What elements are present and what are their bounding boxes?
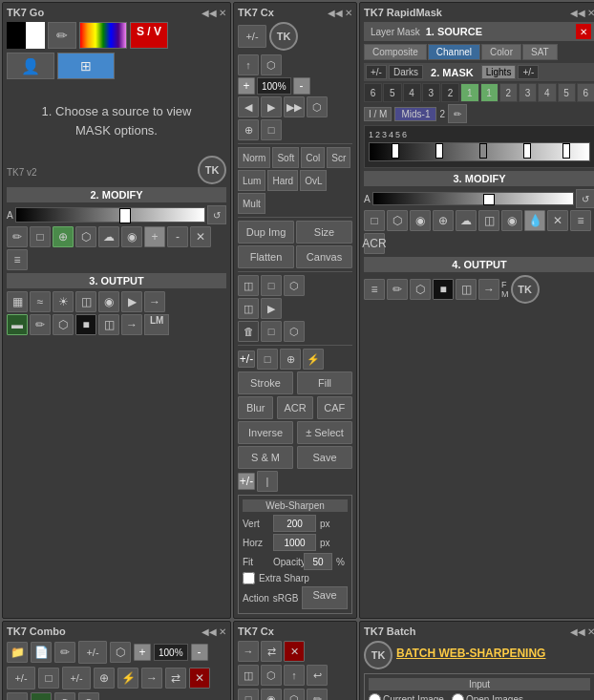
handle5[interactable] [562, 143, 570, 159]
ch-5r[interactable]: 5 [558, 83, 576, 102]
tab-color[interactable]: Color [481, 44, 521, 60]
ch-4l[interactable]: 4 [403, 83, 421, 102]
ch-1r[interactable]: 1 [480, 83, 499, 102]
lights-btn[interactable]: Lights [481, 65, 517, 79]
ch-5l[interactable]: 5 [383, 83, 401, 102]
rapid-t2[interactable]: ⬡ [387, 210, 408, 231]
rapid-out2[interactable]: ✏ [387, 279, 408, 300]
cx-s-tool1[interactable]: ◫ [238, 665, 259, 686]
cx-up[interactable]: ⬡ [261, 54, 282, 75]
combo-pm3[interactable]: +/- [62, 667, 91, 689]
combo-brush[interactable]: ✏ [54, 642, 75, 663]
cx-ico4[interactable]: ◫ [238, 298, 259, 319]
cx-first[interactable]: ↑ [238, 54, 259, 75]
cx-tool2[interactable]: □ [261, 119, 282, 140]
cx-inverse[interactable]: Inverse [238, 421, 293, 444]
sv-btn[interactable]: S / V [130, 22, 168, 49]
cx-ovl[interactable]: OvL [300, 170, 327, 191]
out-tool-active[interactable]: ▬ [7, 314, 28, 335]
combo-pm[interactable]: +/- [78, 641, 107, 664]
combo-pct-plus[interactable]: + [134, 644, 151, 661]
ch-3l[interactable]: 3 [422, 83, 440, 102]
cx-vert-input[interactable] [273, 515, 316, 532]
cx-norm[interactable]: Norm [238, 147, 270, 168]
tool-plus[interactable]: + [144, 226, 165, 247]
tool-minus[interactable]: - [167, 226, 188, 247]
lights-pm[interactable]: +/- [518, 65, 539, 79]
mids-btn[interactable]: Mids-1 [394, 107, 436, 121]
cx-plus-minus[interactable]: +/- [238, 25, 266, 48]
cx-tool1[interactable]: ⊕ [238, 119, 259, 140]
cx-s-x[interactable]: ✕ [284, 641, 305, 662]
cx-canvas[interactable]: Canvas [296, 245, 352, 268]
cx-soft[interactable]: Soft [272, 147, 299, 168]
tk7combo-close[interactable]: ✕ [219, 626, 226, 637]
combo-hex1[interactable]: ⬡ [110, 642, 131, 663]
tool-select[interactable]: □ [30, 226, 51, 247]
modify-slider[interactable] [15, 207, 205, 223]
out-black[interactable]: ■ [75, 314, 96, 335]
tk7batch-collapse[interactable]: ◀◀ [570, 626, 585, 637]
combo-arr[interactable]: → [141, 668, 162, 689]
rapid-out1[interactable]: ≡ [364, 279, 385, 300]
ch-2l[interactable]: 2 [441, 83, 459, 102]
rapid-out5[interactable]: ◫ [456, 279, 477, 300]
tab-channel[interactable]: Channel [428, 44, 480, 60]
cx-opacity-input[interactable] [304, 553, 332, 570]
combo-pm2[interactable]: +/- [7, 667, 35, 689]
cx-pm-select[interactable]: ± Select [297, 421, 352, 444]
combo-pencilg[interactable]: ✏ [31, 692, 52, 700]
tool-something[interactable]: ⬡ [75, 226, 96, 247]
cx-hard[interactable]: Hard [267, 170, 298, 191]
rainbow-btn[interactable] [79, 22, 127, 49]
cx-s-arr[interactable]: → [238, 641, 259, 662]
handle3[interactable] [479, 143, 487, 159]
darks-label[interactable]: Darks [389, 65, 423, 79]
tool-x[interactable]: ✕ [190, 226, 211, 247]
cx-s-tool4[interactable]: ↩ [307, 665, 328, 686]
tk7rapid-collapse[interactable]: ◀◀ [570, 8, 585, 18]
rapid-acr-icon[interactable]: ACR [364, 233, 385, 254]
radio-open-input[interactable] [452, 693, 464, 700]
cx-dup-img[interactable]: Dup Img [238, 221, 294, 244]
layers-btn[interactable]: ⊞ [57, 53, 115, 79]
cx-s-t7[interactable]: ⬡ [284, 689, 305, 700]
out-tool4[interactable]: ◫ [75, 291, 96, 312]
rapid-out4[interactable]: ■ [433, 279, 454, 300]
ch-6l[interactable]: 6 [364, 83, 382, 102]
cx-size[interactable]: Size [296, 221, 352, 244]
radio-current-input[interactable] [369, 693, 381, 700]
tool-paint[interactable]: ✏ [7, 226, 28, 247]
tab-sat[interactable]: SAT [522, 44, 558, 60]
rapid-gradient-slider[interactable] [369, 142, 590, 161]
rapid-out3[interactable]: ⬡ [410, 279, 431, 300]
cx-save-btn[interactable]: Save [302, 586, 347, 609]
cx-s-t6[interactable]: ◉ [261, 689, 282, 700]
combo-x[interactable]: ✕ [189, 668, 210, 689]
reset-btn[interactable]: ↺ [207, 205, 226, 224]
combo-chain[interactable]: ⊕ [94, 668, 115, 689]
mids-pencil[interactable]: ✏ [448, 104, 467, 123]
ch-6r[interactable]: 6 [577, 83, 594, 102]
combo-folder[interactable]: 📁 [7, 642, 28, 663]
cx-pm-minus[interactable]: - [293, 77, 310, 95]
lm-btn[interactable]: LM [144, 314, 169, 335]
cx-del[interactable]: 🗑 [238, 321, 259, 342]
cx-s-t8[interactable]: ✏ [307, 689, 328, 700]
handle2[interactable] [435, 143, 443, 159]
cx-sm[interactable]: S & M [238, 446, 293, 469]
white-swatch[interactable] [26, 22, 45, 49]
cx-pm2[interactable]: +/- [238, 350, 255, 368]
rapid-out6[interactable]: → [478, 279, 499, 300]
tk7go-collapse-icon[interactable]: ◀◀ [202, 8, 217, 18]
combo-pct-minus[interactable]: - [191, 644, 208, 661]
tk7rapid-close[interactable]: ✕ [587, 8, 594, 18]
rapid-t8[interactable]: 💧 [524, 210, 545, 231]
cx-sep[interactable]: | [257, 471, 278, 492]
slider-handle[interactable] [119, 208, 131, 223]
rapid-t3[interactable]: ◉ [410, 210, 431, 231]
combo-pencil[interactable]: ✏ [7, 692, 28, 700]
cx-flatten[interactable]: Flatten [238, 245, 294, 268]
cx-ico1[interactable]: ◫ [238, 275, 259, 296]
rapid-slider[interactable] [372, 192, 574, 205]
